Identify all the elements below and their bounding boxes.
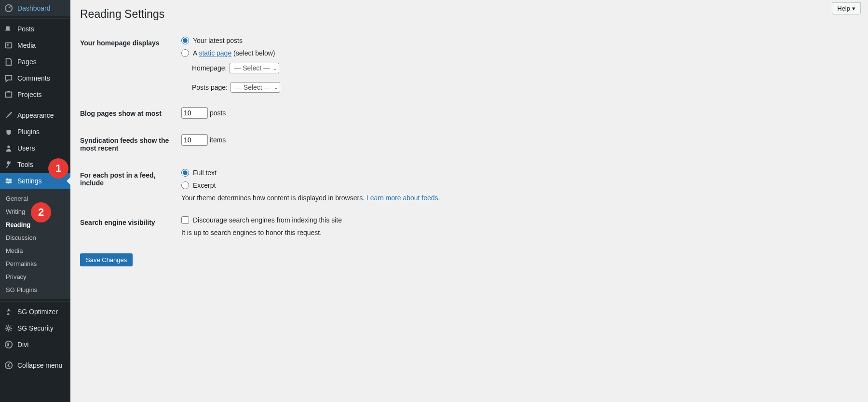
chevron-down-icon: ⌄ — [273, 66, 277, 71]
posts-page-select-label: Posts page: — [192, 83, 228, 91]
submenu-permalinks[interactable]: Permalinks — [0, 257, 70, 270]
radio-full-text[interactable] — [181, 169, 189, 177]
sidebar-label: Plugins — [17, 128, 40, 136]
sidebar-item-sg-security[interactable]: SG Security — [0, 320, 70, 336]
sidebar-item-sg-optimizer[interactable]: SG Optimizer — [0, 304, 70, 320]
svg-rect-1 — [6, 43, 12, 48]
radio-excerpt[interactable] — [181, 181, 189, 189]
admin-sidebar: Dashboard Posts Media Pages Comments Pro… — [0, 0, 70, 402]
radio-static-page[interactable] — [181, 49, 189, 57]
settings-submenu: General Writing Reading Discussion Media… — [0, 189, 70, 299]
rocket-icon — [4, 307, 14, 317]
sidebar-item-projects[interactable]: Projects — [0, 86, 70, 103]
sidebar-label: Users — [17, 144, 35, 152]
divi-icon — [4, 340, 14, 349]
comment-icon — [4, 73, 14, 83]
blog-pages-input[interactable] — [181, 107, 208, 119]
svg-point-4 — [7, 146, 10, 148]
sidebar-item-divi[interactable]: Divi — [0, 336, 70, 353]
homepage-select-label: Homepage: — [192, 64, 227, 72]
sidebar-item-users[interactable]: Users — [0, 140, 70, 156]
checkbox-discourage-label: Discourage search engines from indexing … — [193, 216, 342, 224]
svg-rect-3 — [6, 92, 12, 97]
search-engine-label: Search engine visibility — [80, 209, 176, 244]
media-icon — [4, 41, 14, 50]
sidebar-label: Media — [17, 42, 36, 49]
search-engine-desc: It is up to search engines to honor this… — [181, 229, 854, 236]
page-title: Reading Settings — [80, 8, 858, 21]
sidebar-label: Collapse menu — [17, 361, 62, 369]
sidebar-label: Tools — [17, 161, 33, 168]
sidebar-item-pages[interactable]: Pages — [0, 54, 70, 70]
radio-latest-posts[interactable] — [181, 37, 189, 44]
svg-point-10 — [5, 362, 12, 369]
posts-page-select[interactable]: — Select — ⌄ — [231, 82, 280, 93]
brush-icon — [4, 111, 14, 120]
sidebar-label: SG Optimizer — [17, 308, 58, 316]
radio-latest-posts-label: Your latest posts — [193, 37, 243, 44]
blog-pages-unit: posts — [210, 109, 226, 117]
homepage-select-value: — Select — — [234, 64, 270, 72]
settings-form: Your homepage displays Your latest posts… — [80, 29, 858, 244]
sidebar-label: Divi — [17, 341, 28, 348]
dashboard-icon — [4, 3, 14, 13]
svg-point-8 — [7, 327, 10, 329]
svg-point-5 — [7, 179, 9, 180]
svg-point-6 — [9, 180, 11, 182]
sidebar-label: Pages — [17, 58, 37, 66]
sidebar-item-tools[interactable]: Tools — [0, 156, 70, 173]
sidebar-collapse[interactable]: Collapse menu — [0, 357, 70, 374]
radio-static-page-label: A static page (select below) — [193, 49, 275, 57]
feed-include-label: For each post in a feed, include — [80, 162, 176, 209]
radio-full-text-label: Full text — [193, 169, 217, 177]
main-content: Help ▾ Reading Settings Your homepage di… — [70, 0, 868, 402]
sidebar-item-plugins[interactable]: Plugins — [0, 124, 70, 140]
submenu-writing[interactable]: Writing — [0, 205, 70, 218]
help-label: Help — [837, 5, 850, 12]
sidebar-label: Dashboard — [17, 4, 51, 12]
submenu-reading[interactable]: Reading — [0, 218, 70, 231]
radio-excerpt-label: Excerpt — [193, 181, 216, 189]
checkbox-discourage-search[interactable] — [181, 216, 189, 224]
collapse-icon — [4, 360, 14, 370]
syndication-label: Syndication feeds show the most recent — [80, 127, 176, 162]
static-page-link[interactable]: static page — [199, 49, 231, 57]
sidebar-item-media[interactable]: Media — [0, 37, 70, 54]
page-icon — [4, 57, 14, 67]
chevron-down-icon: ▾ — [852, 5, 855, 12]
sidebar-item-appearance[interactable]: Appearance — [0, 107, 70, 124]
blog-pages-label: Blog pages show at most — [80, 100, 176, 127]
svg-point-2 — [7, 44, 9, 46]
gear-icon — [4, 323, 14, 333]
posts-page-select-value: — Select — — [235, 83, 271, 91]
user-icon — [4, 143, 14, 153]
feed-learn-more-link[interactable]: Learn more about feeds — [366, 194, 438, 202]
projects-icon — [4, 90, 14, 99]
submenu-general[interactable]: General — [0, 192, 70, 205]
sidebar-item-dashboard[interactable]: Dashboard — [0, 0, 70, 16]
pin-icon — [4, 24, 14, 34]
help-tab[interactable]: Help ▾ — [832, 2, 861, 14]
homepage-select[interactable]: — Select — ⌄ — [230, 63, 279, 73]
feed-desc-text: Your theme determines how content is dis… — [181, 194, 366, 202]
svg-point-7 — [7, 182, 9, 184]
submenu-media[interactable]: Media — [0, 244, 70, 257]
plug-icon — [4, 127, 14, 137]
sidebar-item-comments[interactable]: Comments — [0, 70, 70, 86]
submenu-privacy[interactable]: Privacy — [0, 270, 70, 283]
sidebar-label: Appearance — [17, 111, 54, 119]
syndication-unit: items — [210, 136, 226, 144]
submenu-sg-plugins[interactable]: SG Plugins — [0, 283, 70, 296]
sidebar-label: SG Security — [17, 324, 54, 332]
sidebar-item-posts[interactable]: Posts — [0, 21, 70, 37]
settings-slider-icon — [4, 176, 14, 186]
sidebar-label: Posts — [17, 25, 34, 33]
sidebar-item-settings[interactable]: Settings — [0, 173, 70, 189]
save-button[interactable]: Save Changes — [80, 253, 133, 266]
submenu-discussion[interactable]: Discussion — [0, 231, 70, 244]
sidebar-label: Settings — [17, 177, 42, 185]
syndication-input[interactable] — [181, 134, 208, 146]
wrench-icon — [4, 160, 14, 169]
homepage-displays-label: Your homepage displays — [80, 29, 176, 100]
chevron-down-icon: ⌄ — [274, 85, 278, 90]
